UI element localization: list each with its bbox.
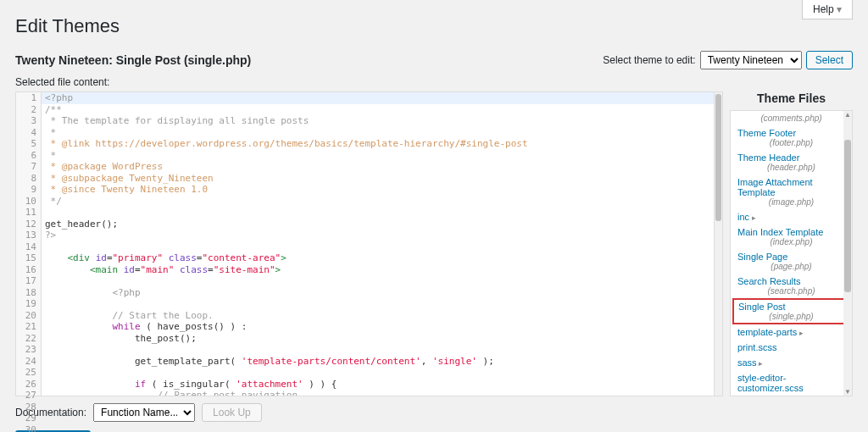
file-item-11[interactable]: sass [732, 355, 850, 370]
lookup-button[interactable]: Look Up [202, 403, 262, 422]
select-theme-label: Select theme to edit: [603, 54, 695, 66]
file-item-6[interactable]: Single Page(page.php) [732, 249, 850, 274]
file-item-0[interactable]: (comments.php) [732, 111, 850, 125]
file-item-5[interactable]: Main Index Template(index.php) [732, 224, 850, 249]
file-subtitle: Twenty Nineteen: Single Post (single.php… [15, 53, 251, 67]
file-item-9[interactable]: template-parts [732, 324, 850, 340]
sidebar-scrollbar[interactable]: ▲▼ [843, 111, 852, 396]
code-editor[interactable]: 1234567891011121314151617181920212223242… [15, 91, 723, 396]
help-tab[interactable]: Help [802, 0, 853, 19]
page-title: Edit Themes [15, 15, 853, 37]
file-item-2[interactable]: Theme Header(header.php) [732, 150, 850, 174]
select-button[interactable]: Select [806, 51, 853, 69]
file-item-8[interactable]: Single Post(single.php) [732, 298, 850, 324]
file-item-13[interactable]: style-editor.scss [732, 396, 850, 396]
editor-scrollbar[interactable] [714, 92, 722, 396]
theme-select[interactable]: Twenty Nineteen [700, 51, 802, 69]
selected-file-label: Selected file content: [15, 76, 853, 88]
line-gutter: 1234567891011121314151617181920212223242… [16, 92, 42, 396]
file-item-7[interactable]: Search Results(search.php) [732, 274, 850, 298]
theme-file-list: (comments.php)Theme Footer(footer.php)Th… [730, 110, 853, 396]
file-item-10[interactable]: print.scss [732, 340, 850, 355]
code-content[interactable]: <?php/** * The template for displaying a… [42, 92, 714, 396]
file-item-3[interactable]: Image Attachment Template(image.php) [732, 174, 850, 209]
file-item-12[interactable]: style-editor-customizer.scss [732, 370, 850, 396]
sidebar-title: Theme Files [730, 91, 853, 105]
file-item-1[interactable]: Theme Footer(footer.php) [732, 125, 850, 150]
function-name-select[interactable]: Function Name... [93, 403, 195, 422]
file-item-4[interactable]: inc [732, 209, 850, 224]
